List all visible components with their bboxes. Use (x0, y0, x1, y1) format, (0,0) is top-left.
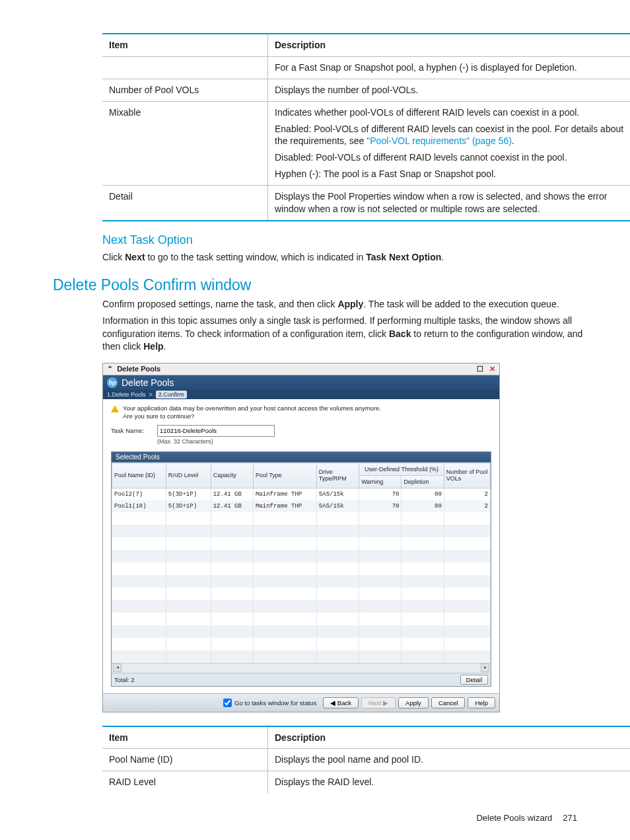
next-task-text: Click Next to go to the task setting win… (102, 251, 584, 264)
goto-tasks-checkbox[interactable]: Go to tasks window for status (221, 697, 316, 709)
hp-logo-icon: hp (107, 377, 118, 388)
window-titlebar[interactable]: ⌃ Delete Pools ☐ ✕ (103, 363, 499, 375)
th-desc: Description (268, 726, 631, 749)
col-capacity[interactable]: Capacity (211, 463, 253, 488)
cell-item (102, 56, 268, 79)
doc-table-1: Item Description For a Fast Snap or Snap… (102, 33, 630, 221)
table-row[interactable]: Pool1(10) 5(3D+1P) 12.41 GB Mainframe TH… (112, 500, 491, 512)
cancel-button[interactable]: Cancel (431, 697, 466, 708)
main-heading: Delete Pools Confirm window (53, 276, 584, 294)
th-item: Item (102, 726, 268, 749)
page-footer: Delete Pools wizard 271 (53, 813, 584, 823)
warning-text: Your application data may be overwritten… (123, 404, 381, 421)
cell-desc: Displays the pool name and pool ID. (268, 749, 631, 771)
scroll-right-icon[interactable]: ▸ (481, 664, 489, 672)
cell-desc: For a Fast Snap or Snapshot pool, a hyph… (268, 56, 631, 79)
col-pool-type[interactable]: Pool Type (253, 463, 316, 488)
next-button: Next ▶ (361, 697, 396, 708)
main-p2: Information in this topic assumes only a… (102, 315, 584, 354)
scroll-left-icon[interactable]: ◂ (113, 664, 122, 672)
col-drive[interactable]: Drive Type/RPM (316, 463, 359, 488)
selected-pools-panel: Selected Pools Pool Name (ID) RAID Level… (111, 451, 491, 687)
selected-pools-header: Selected Pools (112, 452, 491, 463)
cell-desc: Displays the Pool Properties window when… (268, 186, 631, 221)
warning-icon (111, 405, 119, 412)
col-warning[interactable]: Warning (359, 475, 402, 488)
apply-button[interactable]: Apply (398, 697, 429, 708)
th-item: Item (102, 34, 268, 56)
task-name-hint: (Max. 32 Characters) (157, 438, 491, 445)
cell-item: Pool Name (ID) (102, 749, 268, 771)
collapse-icon[interactable]: ⌃ (107, 365, 113, 373)
close-icon[interactable]: ✕ (489, 365, 495, 373)
col-threshold-group[interactable]: User-Defined Threshold (%) (359, 463, 444, 475)
cell-item: Detail (102, 186, 268, 221)
col-pool-name[interactable]: Pool Name (ID) (112, 463, 166, 488)
inner-title: Delete Pools (122, 377, 174, 388)
inner-titlebar: hp Delete Pools (103, 375, 499, 390)
task-name-input[interactable] (157, 425, 275, 437)
warning-row: Your application data may be overwritten… (111, 404, 491, 421)
breadcrumb-step2: 2.Confirm (156, 391, 187, 399)
task-name-label: Task Name: (111, 427, 157, 434)
col-raid[interactable]: RAID Level (166, 463, 211, 488)
footer-text: Delete Pools wizard (476, 813, 552, 823)
back-button[interactable]: ◀ Back (323, 697, 359, 708)
horizontal-scrollbar[interactable]: ◂ ▸ (112, 663, 491, 673)
detail-button[interactable]: Detail (460, 675, 488, 685)
action-bar: Go to tasks window for status ◀ Back Nex… (103, 693, 499, 712)
table-row[interactable]: Pool2(7) 5(3D+1P) 12.41 GB Mainframe THP… (112, 488, 491, 500)
cell-item: RAID Level (102, 771, 268, 793)
cell-item: Mixable (102, 101, 268, 185)
doc-table-2: Item Description Pool Name (ID) Displays… (102, 726, 630, 794)
total-label: Total: 2 (114, 676, 135, 683)
next-task-heading: Next Task Option (102, 233, 584, 247)
cell-desc: Displays the number of pool-VOLs. (268, 79, 631, 101)
window-title: Delete Pools (117, 365, 160, 373)
page-number: 271 (563, 813, 577, 823)
pool-vol-req-link[interactable]: "Pool-VOL requirements" (page 56) (367, 135, 512, 146)
mixable-p4: Hyphen (-): The pool is a Fast Snap or S… (275, 168, 627, 180)
delete-pools-window: ⌃ Delete Pools ☐ ✕ hp Delete Pools 1.Del… (102, 363, 500, 712)
goto-tasks-input[interactable] (223, 699, 232, 707)
mixable-p3: Disabled: Pool-VOLs of different RAID le… (275, 151, 627, 164)
cell-desc: Displays the RAID level. (268, 771, 631, 793)
main-p1: Confirm proposed settings, name the task… (102, 298, 584, 311)
col-num-vols[interactable]: Number of Pool VOLs (444, 463, 490, 488)
breadcrumb-step1[interactable]: 1.Delete Pools (107, 391, 146, 398)
th-desc: Description (268, 34, 631, 56)
mixable-p2: Enabled: Pool-VOLs of different RAID lev… (275, 123, 627, 148)
mixable-p1: Indicates whether pool-VOLs of different… (275, 106, 627, 119)
selected-pools-table: Pool Name (ID) RAID Level Capacity Pool … (112, 463, 491, 663)
help-button[interactable]: Help (468, 697, 495, 708)
cell-item: Number of Pool VOLs (102, 79, 268, 101)
col-depletion[interactable]: Depletion (402, 475, 444, 488)
maximize-icon[interactable]: ☐ (477, 365, 483, 373)
breadcrumb: 1.Delete Pools > 2.Confirm (103, 390, 499, 399)
cell-desc: Indicates whether pool-VOLs of different… (268, 101, 631, 185)
